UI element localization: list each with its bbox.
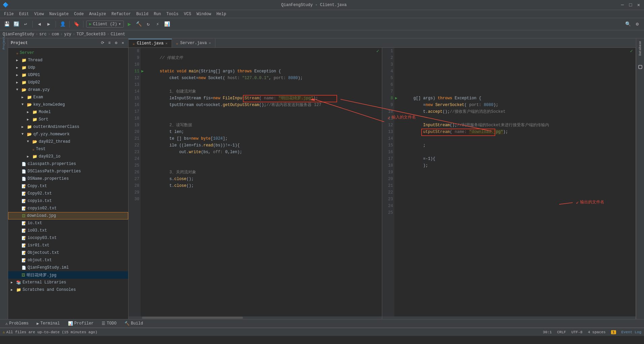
sync-button[interactable]: 🔄 xyxy=(12,20,20,28)
tree-item-iml[interactable]: 📄 QianFengStudy.iml xyxy=(8,264,128,271)
menu-code[interactable]: Code xyxy=(71,10,86,18)
panel-icon-settings[interactable]: ⚙ xyxy=(113,40,119,46)
build-button[interactable]: 🔨 xyxy=(135,20,143,28)
tab-server-java[interactable]: ☕ Server.java ✕ xyxy=(172,39,215,47)
bookmark-button[interactable]: 🔖 xyxy=(72,20,80,28)
status-indent[interactable]: 4 spaces xyxy=(588,330,606,334)
tree-item-extlibs[interactable]: ▶ 📚 External Libraries xyxy=(8,279,128,286)
tree-item-udp[interactable]: ▶ 📁 Udp xyxy=(8,64,128,71)
breadcrumb-yzy[interactable]: yzy xyxy=(64,32,71,37)
tree-item-dreamyzy[interactable]: ▼ 📂 dream.yzy xyxy=(8,86,128,94)
tree-item-copy[interactable]: 📝 Copy.txt xyxy=(8,182,128,190)
title-bar-left: 🔷 xyxy=(3,2,8,8)
tree-item-day023[interactable]: ▶ 📁 day023_io xyxy=(8,153,128,160)
breadcrumb-com[interactable]: com xyxy=(52,32,59,37)
menu-edit[interactable]: Edit xyxy=(16,10,32,18)
tree-item-mingri[interactable]: 🖼 明日花绮罗.jpg xyxy=(8,271,128,279)
menu-tools[interactable]: Tools xyxy=(164,10,181,18)
breadcrumb-client[interactable]: Client xyxy=(111,32,125,37)
minimize-button[interactable]: ─ xyxy=(620,2,625,8)
settings-button[interactable]: ⚙ xyxy=(633,20,641,28)
code-area-client[interactable]: 8 9 10 11 12 13 14 15 16 17 18 19 20 21 xyxy=(129,48,382,316)
close-button[interactable]: ✕ xyxy=(636,2,641,8)
profiler-button[interactable]: 📊 xyxy=(163,20,171,28)
run-config-selector[interactable]: ▶ Client (2) ▾ xyxy=(86,21,124,28)
bottom-tab-profiler[interactable]: 📊 Profiler xyxy=(65,319,97,328)
tree-item-model[interactable]: ▶ 📁 Model xyxy=(8,108,128,116)
bottom-tab-terminal[interactable]: ▶ Terminal xyxy=(34,319,63,328)
menu-file[interactable]: File xyxy=(1,10,16,18)
reload-button[interactable]: ↻ xyxy=(144,20,152,28)
panel-icon-collapse[interactable]: ≡ xyxy=(107,40,112,46)
status-crlf[interactable]: CRLF xyxy=(557,330,566,334)
status-encoding[interactable]: UTF-8 xyxy=(571,330,582,334)
tree-item-udp01[interactable]: ▶ 📁 UDP01 xyxy=(8,71,128,79)
status-position[interactable]: 30:1 xyxy=(543,330,551,334)
scrollbar-server[interactable] xyxy=(382,316,636,319)
tree-item-io[interactable]: 📝 io.txt xyxy=(8,219,128,227)
tree-item-copyio02[interactable]: 📝 copyio02.txt xyxy=(8,205,128,212)
tree-item-udp02[interactable]: ▶ 📁 Udp02 xyxy=(8,79,128,86)
tree-item-server[interactable]: ☕ Server xyxy=(8,49,128,57)
menu-analyze[interactable]: Analyze xyxy=(86,10,109,18)
status-event-log[interactable]: Event Log xyxy=(621,330,641,334)
menu-refactor[interactable]: Refactor xyxy=(109,10,134,18)
right-icon-plugin[interactable] xyxy=(638,64,643,70)
breadcrumb-project[interactable]: QianFengStudy xyxy=(3,32,34,37)
git-button[interactable]: 👤 xyxy=(59,20,67,28)
tree-item-dsclasspath[interactable]: 📄 DSClassPath.properties xyxy=(8,168,128,175)
search-everywhere-button[interactable]: 🔍 xyxy=(624,20,632,28)
tree-item-copy02[interactable]: 📝 Copy02.txt xyxy=(8,190,128,197)
run-button[interactable]: ▶ xyxy=(125,20,133,28)
scrollbar-thumb-client[interactable] xyxy=(142,317,243,319)
project-side-icon[interactable]: Project xyxy=(1,40,7,46)
database-side-icon[interactable]: Database xyxy=(637,40,643,57)
tree-item-isr01[interactable]: 📝 isr01.txt xyxy=(8,242,128,249)
tree-item-scratches[interactable]: ▶ 📁 Scratches and Consoles xyxy=(8,286,128,294)
scrollbar-client[interactable] xyxy=(129,316,382,319)
tree-item-iocopy03[interactable]: 📝 iocopy03.txt xyxy=(8,234,128,242)
breadcrumb-tcp[interactable]: TCP_Socket03 xyxy=(76,32,105,37)
menu-view[interactable]: View xyxy=(32,10,47,18)
code-area-server[interactable]: 1 2 3 4 5 6 7 8 9 10 11 12 13 14 xyxy=(382,48,636,316)
tree-item-copyio[interactable]: 📝 copyio.txt xyxy=(8,197,128,205)
tree-item-dsname[interactable]: 📄 DSName.properties xyxy=(8,175,128,182)
tree-item-objectout[interactable]: 📝 Objectout.txt xyxy=(8,249,128,256)
tree-item-sort[interactable]: ▶ 📁 Sort xyxy=(8,116,128,123)
coverage-button[interactable]: ⚡ xyxy=(153,20,162,28)
code-content-client[interactable]: // 传输文件 static void main(String[] args) … xyxy=(147,48,382,316)
breadcrumb-src[interactable]: src xyxy=(39,32,47,37)
code-content-server[interactable]: g[] args) throws Exception { =new Server… xyxy=(401,48,636,316)
menu-run[interactable]: Run xyxy=(151,10,164,18)
menu-navigate[interactable]: Navigate xyxy=(46,10,71,18)
tree-item-homework[interactable]: ▼ 📂 qf.yzy.homework xyxy=(8,131,128,138)
tree-item-objout[interactable]: 📝 objout.txt xyxy=(8,256,128,264)
tab-server-close[interactable]: ✕ xyxy=(209,41,211,45)
back-button[interactable]: ◀ xyxy=(35,20,43,28)
bottom-tab-todo[interactable]: ☰ TODO xyxy=(99,319,119,328)
tab-client-close[interactable]: ✕ xyxy=(166,41,168,45)
panel-icon-sync[interactable]: ⟳ xyxy=(100,40,105,46)
status-warnings[interactable]: 1 xyxy=(611,330,616,334)
tree-item-exam[interactable]: ▶ 📁 Exam xyxy=(8,94,128,101)
maximize-button[interactable]: □ xyxy=(628,2,633,8)
save-button[interactable]: 💾 xyxy=(3,20,11,28)
panel-icon-close[interactable]: ✕ xyxy=(120,40,126,46)
tab-client-java[interactable]: ☕ Client.java ✕ xyxy=(129,39,172,47)
tree-item-io03[interactable]: 📝 io03.txt xyxy=(8,227,128,234)
tree-item-download[interactable]: 🖼 download.jpg xyxy=(8,212,128,219)
tree-item-test[interactable]: ☕ Test xyxy=(8,145,128,153)
tree-item-outer[interactable]: ▶ 📁 outterAndinnerClass xyxy=(8,123,128,131)
forward-button[interactable]: ▶ xyxy=(45,20,53,28)
menu-vcs[interactable]: VCS xyxy=(181,10,194,18)
tree-item-day022[interactable]: ▼ 📂 day022_thread xyxy=(8,138,128,145)
undo-button[interactable]: ↩ xyxy=(22,20,30,28)
menu-help[interactable]: Help xyxy=(214,10,229,18)
menu-build[interactable]: Build xyxy=(134,10,151,18)
tree-item-key[interactable]: ▼ 📂 key_konwledeg xyxy=(8,101,128,108)
menu-window[interactable]: Window xyxy=(194,10,214,18)
tree-item-thread[interactable]: ▶ 📁 Thread xyxy=(8,57,128,64)
bottom-tab-problems[interactable]: ⚠ Problems xyxy=(3,319,31,328)
bottom-tab-build[interactable]: 🔨 Build xyxy=(122,319,146,328)
tree-item-classpath[interactable]: 📄 classpath.properties xyxy=(8,160,128,168)
